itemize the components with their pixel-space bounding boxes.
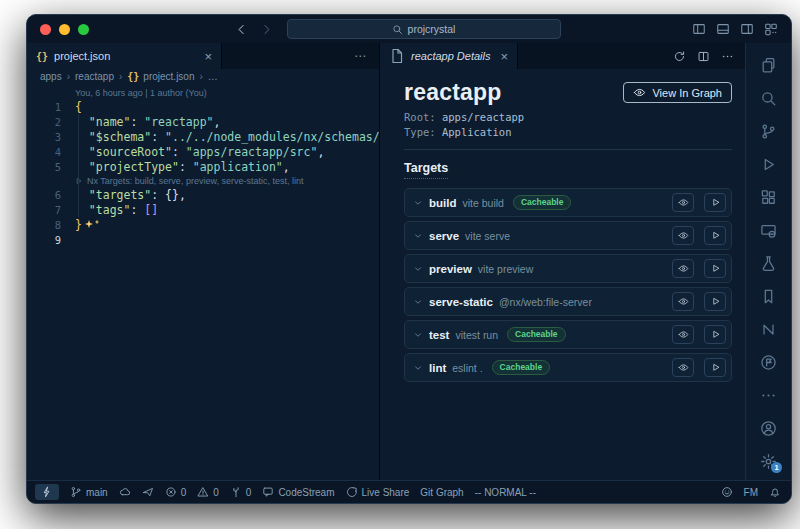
more-actions-icon[interactable]	[721, 50, 734, 63]
back-icon[interactable]	[235, 23, 248, 36]
target-row-preview[interactable]: previewvite preview	[404, 254, 732, 283]
activity-flag-view[interactable]	[746, 346, 791, 379]
target-row-build[interactable]: buildvite buildCacheable	[404, 188, 732, 217]
activity-search[interactable]	[746, 82, 791, 115]
chevron-down-icon[interactable]	[413, 231, 423, 241]
code-line-8[interactable]: 8}	[27, 217, 379, 232]
target-view-button[interactable]	[672, 358, 694, 377]
play-icon	[710, 197, 721, 208]
breadcrumb-item-apps[interactable]: apps	[40, 71, 62, 82]
close-tab-icon[interactable]: ×	[204, 49, 212, 64]
target-run-button[interactable]	[704, 226, 726, 245]
target-view-button[interactable]	[672, 226, 694, 245]
status-left: main000CodeStreamLive ShareGit Graph-- N…	[35, 481, 536, 503]
status-git-branch[interactable]: main	[70, 486, 108, 498]
warning-icon	[197, 486, 209, 498]
forward-icon[interactable]	[260, 23, 273, 36]
breadcrumb-item-project.json[interactable]: {}project.json	[127, 71, 194, 82]
target-row-serve-static[interactable]: serve-static@nx/web:file-server	[404, 287, 732, 316]
code-line-3[interactable]: 3 "$schema": "../../node_modules/nx/sche…	[27, 129, 379, 144]
code-line-1[interactable]: 1{	[27, 99, 379, 114]
code-line-5[interactable]: 5 "projectType": "application",	[27, 159, 379, 174]
activity-bookmarks[interactable]	[746, 280, 791, 313]
command-center[interactable]: projcrystal	[287, 19, 561, 39]
close-window-button[interactable]	[40, 24, 51, 35]
code-line-2[interactable]: 2 "name": "reactapp",	[27, 114, 379, 129]
tab-overflow-button[interactable]: ⋯	[342, 43, 379, 69]
breadcrumb-item-reactapp[interactable]: reactapp	[75, 71, 114, 82]
target-view-button[interactable]	[672, 292, 694, 311]
activity-source-control[interactable]	[746, 115, 791, 148]
target-name: preview	[429, 263, 472, 275]
status-vim-mode[interactable]: -- NORMAL --	[475, 487, 536, 498]
refresh-icon[interactable]	[673, 50, 686, 63]
activity-run-debug[interactable]	[746, 148, 791, 181]
chevron-down-icon[interactable]	[413, 363, 423, 373]
target-row-serve[interactable]: servevite serve	[404, 221, 732, 250]
status-codestream[interactable]: CodeStream	[262, 486, 334, 498]
status-format[interactable]: FM	[744, 487, 758, 498]
activity-explorer[interactable]	[746, 49, 791, 82]
code-text: "tags": []	[75, 203, 158, 217]
target-command: vitest run	[455, 329, 498, 341]
chevron-down-icon[interactable]	[413, 264, 423, 274]
extensions-icon	[760, 189, 777, 206]
minimize-window-button[interactable]	[59, 24, 70, 35]
activity-nx-console[interactable]	[746, 313, 791, 346]
activity-settings[interactable]: 1	[746, 445, 791, 478]
editor-group-left: {} project.json × ⋯ apps›reactapp›{}proj…	[27, 43, 380, 480]
code-line-4[interactable]: 4 "sourceRoot": "apps/reactapp/src",	[27, 144, 379, 159]
status-problems-errors[interactable]: 0	[165, 486, 187, 498]
code-line-7[interactable]: 7 "tags": []	[27, 202, 379, 217]
activity-bar: 1	[745, 43, 791, 480]
activity-account[interactable]	[746, 412, 791, 445]
target-run-button[interactable]	[704, 325, 726, 344]
codelens[interactable]: You, 6 hours ago | 1 author (You)	[27, 86, 379, 99]
target-run-button[interactable]	[704, 292, 726, 311]
code-editor[interactable]: You, 6 hours ago | 1 author (You)1{2 "na…	[27, 84, 379, 480]
target-row-lint[interactable]: linteslint .Cacheable	[404, 353, 732, 382]
activity-remote-explorer[interactable]	[746, 214, 791, 247]
chevron-down-icon[interactable]	[413, 297, 423, 307]
target-run-button[interactable]	[704, 358, 726, 377]
tab-project-json[interactable]: {} project.json ×	[27, 43, 222, 69]
target-command: vite serve	[465, 230, 510, 242]
status-problems-warnings[interactable]: 0	[197, 486, 219, 498]
code-text: "targets": {},	[75, 188, 186, 202]
target-view-button[interactable]	[672, 193, 694, 212]
target-view-button[interactable]	[672, 325, 694, 344]
eye-icon	[678, 362, 689, 373]
chevron-down-icon[interactable]	[413, 198, 423, 208]
chevron-down-icon[interactable]	[413, 330, 423, 340]
toggle-secondary-sidebar-icon[interactable]	[740, 22, 754, 36]
status-sync-cloud[interactable]	[119, 486, 131, 498]
target-view-button[interactable]	[672, 259, 694, 278]
activity-more-views[interactable]	[746, 379, 791, 412]
toggle-primary-sidebar-icon[interactable]	[692, 22, 706, 36]
status-notifications[interactable]	[769, 486, 781, 498]
status-feedback[interactable]	[721, 486, 733, 498]
status-nx-cloud[interactable]	[142, 486, 154, 498]
code-line-9[interactable]: 9	[27, 232, 379, 247]
status-live-share[interactable]: Live Share	[346, 486, 410, 498]
tab-reactapp-details[interactable]: reactapp Details ×	[380, 43, 518, 69]
activity-testing[interactable]	[746, 247, 791, 280]
status-remote-indicator[interactable]	[35, 484, 59, 500]
codelens[interactable]: Nx Targets: build, serve, preview, serve…	[27, 174, 379, 187]
target-row-test[interactable]: testvitest runCacheable	[404, 320, 732, 349]
target-run-button[interactable]	[704, 193, 726, 212]
code-line-6[interactable]: 6 "targets": {},	[27, 187, 379, 202]
toggle-panel-icon[interactable]	[716, 22, 730, 36]
view-in-graph-button[interactable]: View In Graph	[623, 82, 732, 103]
breadcrumb-item-…[interactable]: …	[208, 71, 218, 82]
customize-layout-icon[interactable]	[764, 22, 778, 36]
target-run-button[interactable]	[704, 259, 726, 278]
zoom-window-button[interactable]	[78, 24, 89, 35]
status-todo-tree[interactable]: 0	[230, 486, 252, 498]
editor-group-right: reactapp Details × reactapp View In Grap…	[380, 43, 745, 480]
activity-extensions[interactable]	[746, 181, 791, 214]
status-git-graph[interactable]: Git Graph	[420, 487, 463, 498]
split-editor-icon[interactable]	[697, 50, 710, 63]
line-number: 8	[27, 219, 61, 231]
close-tab-icon[interactable]: ×	[501, 49, 509, 64]
